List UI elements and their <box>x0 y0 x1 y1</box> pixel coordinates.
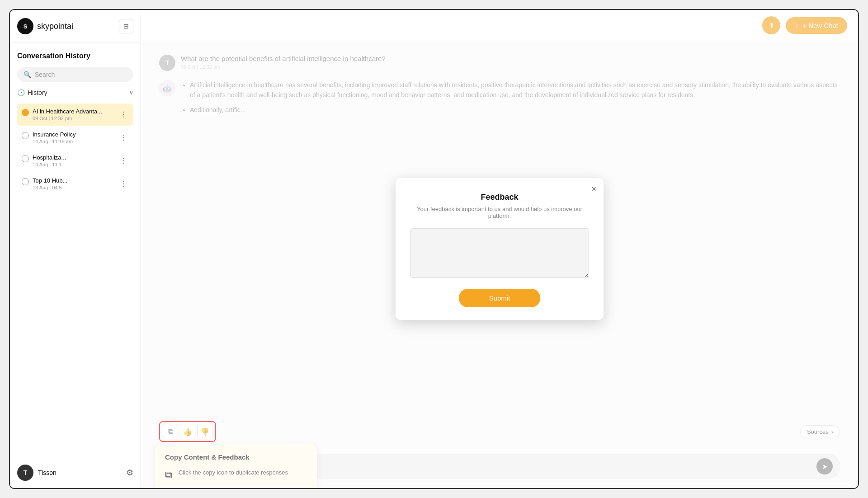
history-item-title: Hospitaliza... <box>33 154 118 161</box>
inactive-dot-icon <box>22 155 29 162</box>
modal-submit-button[interactable]: Submit <box>459 289 540 307</box>
feedback-textarea[interactable] <box>410 228 589 278</box>
history-item-menu-icon[interactable]: ⋮ <box>118 109 129 120</box>
history-item-insurance[interactable]: Insurance Policy 14 Aug | 11:19 am ⋮ <box>17 127 133 149</box>
history-item-menu-icon[interactable]: ⋮ <box>118 155 129 166</box>
settings-icon[interactable]: ⚙ <box>126 468 133 478</box>
logo-area: S skypointai <box>17 18 73 34</box>
history-item-date: 14 Aug | 11:1... <box>33 162 118 167</box>
tooltip-item-thumbsup: 👍 Hit the thumbs-up for approval <box>165 488 307 489</box>
logo-icon: S <box>17 18 33 34</box>
history-item-date: 14 Aug | 11:19 am <box>33 139 118 144</box>
sidebar-content: Conversation History 🔍 Search 🕐 History … <box>10 43 141 457</box>
search-box[interactable]: 🔍 Search <box>17 67 133 82</box>
collapse-sidebar-button[interactable]: ⊟ <box>119 19 133 33</box>
history-item-title: AI in Healthcare Advanta... <box>33 108 118 115</box>
sidebar-footer: T Tisson ⚙ <box>10 457 141 488</box>
history-icon: 🕐 <box>17 89 25 96</box>
sidebar: S skypointai ⊟ Conversation History 🔍 Se… <box>10 10 141 488</box>
modal-title: Feedback <box>410 193 589 202</box>
inactive-dot-icon <box>22 132 29 139</box>
history-label: 🕐 History <box>17 89 47 96</box>
search-placeholder-text: Search <box>35 71 55 78</box>
modal-subtitle: Your feedback is important to us and wou… <box>410 206 589 219</box>
user-area: T Tisson <box>17 465 57 481</box>
history-list: AI in Healthcare Advanta... 09 Oct | 12:… <box>17 103 133 195</box>
avatar: T <box>17 465 33 481</box>
modal-overlay: × Feedback Your feedback is important to… <box>141 10 858 488</box>
user-name: Tisson <box>38 469 57 476</box>
logo-text: skypointai <box>37 22 73 31</box>
search-icon: 🔍 <box>24 71 31 78</box>
inactive-dot-icon <box>22 178 29 185</box>
conversation-history-title: Conversation History <box>17 50 133 62</box>
history-item-title: Top 10 Hub... <box>33 177 118 184</box>
history-item-date: 13 Aug | 04:5... <box>33 185 118 190</box>
tooltip-thumbsup-text: Hit the thumbs-up for approval <box>184 488 263 489</box>
close-icon: × <box>591 184 596 193</box>
main-content: ⬆ + + New Chat T What are the potential … <box>141 10 858 488</box>
history-section-header: 🕐 History ∨ <box>17 87 133 98</box>
modal-close-button[interactable]: × <box>591 184 596 194</box>
history-item-hospitalization[interactable]: Hospitaliza... 14 Aug | 11:1... ⋮ <box>17 150 133 172</box>
svg-text:S: S <box>24 23 28 30</box>
history-collapse-icon[interactable]: ∨ <box>129 89 133 96</box>
history-item-menu-icon[interactable]: ⋮ <box>118 179 129 189</box>
history-item-title: Insurance Policy <box>33 131 118 138</box>
history-item-menu-icon[interactable]: ⋮ <box>118 132 129 143</box>
active-dot-icon <box>22 109 29 116</box>
history-item-date: 09 Oct | 12:32 pm <box>33 116 118 121</box>
collapse-icon: ⊟ <box>123 23 129 30</box>
sidebar-header: S skypointai ⊟ <box>10 10 141 43</box>
feedback-modal: × Feedback Your feedback is important to… <box>396 178 604 320</box>
history-item-ai-healthcare[interactable]: AI in Healthcare Advanta... 09 Oct | 12:… <box>17 103 133 126</box>
history-item-top10hub[interactable]: Top 10 Hub... 13 Aug | 04:5... ⋮ <box>17 173 133 195</box>
